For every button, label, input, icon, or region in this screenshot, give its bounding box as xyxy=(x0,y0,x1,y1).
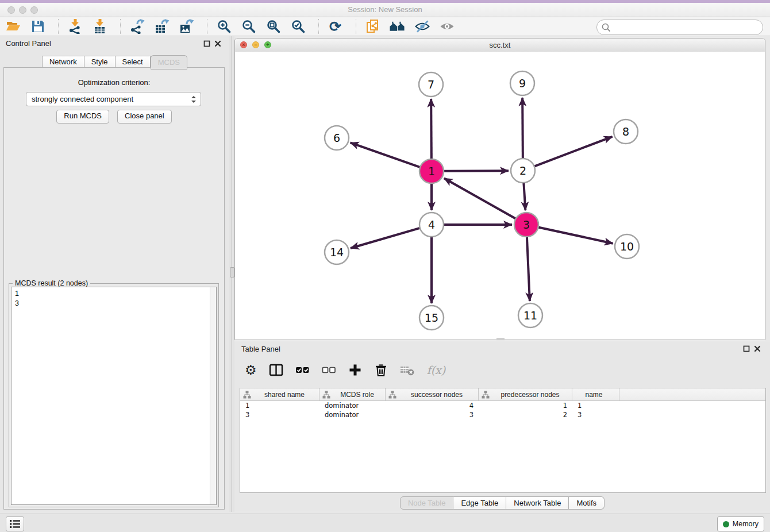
select-all-icon[interactable] xyxy=(295,362,310,378)
criterion-value: strongly connected component xyxy=(26,95,189,103)
table-panel-title: Table Panel xyxy=(241,345,280,353)
split-view-icon[interactable] xyxy=(269,362,283,378)
graph-edge-4-14[interactable] xyxy=(351,228,420,248)
tab-network[interactable]: Network xyxy=(42,56,84,68)
app-window: Session: New Session ⟳ Control Panel xyxy=(0,0,770,532)
criterion-select[interactable]: strongly connected component xyxy=(26,92,201,106)
graph-node-label-8: 8 xyxy=(622,125,629,138)
table-row[interactable]: 1dominator411 xyxy=(240,401,765,410)
graph-edge-3-1[interactable] xyxy=(444,178,516,218)
column-header-mcds-role[interactable]: MCDS role xyxy=(319,388,386,400)
function-builder-icon[interactable]: f(x) xyxy=(427,362,446,378)
table-row[interactable]: 3dominator323 xyxy=(240,410,765,419)
status-bar: Memory xyxy=(0,514,770,532)
zoom-in-icon[interactable] xyxy=(216,19,232,34)
table-toolbar: ⚙f(x) xyxy=(245,360,445,380)
graph-node-label-14: 14 xyxy=(330,246,344,259)
close-panel-button[interactable]: Close panel xyxy=(117,110,172,124)
table-cell[interactable]: dominator xyxy=(319,410,386,419)
deselect-all-icon[interactable] xyxy=(322,362,336,378)
table-cell[interactable]: 3 xyxy=(386,410,479,419)
network-window-titlebar[interactable]: × − + scc.txt xyxy=(235,38,765,52)
control-panel: Control Panel NetworkStyleSelectMCDS Opt… xyxy=(0,36,229,512)
graph-edge-2-3[interactable] xyxy=(523,183,525,210)
table-cell[interactable]: dominator xyxy=(319,401,386,410)
select-stepper-icon xyxy=(189,95,198,103)
graph-edge-2-9[interactable] xyxy=(522,98,523,159)
graph-node-label-1: 1 xyxy=(428,165,435,178)
search-icon xyxy=(601,22,611,33)
import-table-icon[interactable] xyxy=(92,19,107,34)
search-input[interactable] xyxy=(611,22,763,33)
memory-button[interactable]: Memory xyxy=(717,516,764,531)
column-header-name[interactable]: name xyxy=(572,388,619,400)
table-tabs: Node TableEdge TableNetwork TableMotifs xyxy=(234,496,770,510)
tab-select[interactable]: Select xyxy=(116,56,151,68)
window-title: Session: New Session xyxy=(0,3,770,17)
control-panel-header: Control Panel xyxy=(0,36,229,51)
table-cell[interactable]: 3 xyxy=(240,410,319,419)
panel-splitter[interactable] xyxy=(229,36,234,512)
column-header-predecessor-nodes[interactable]: predecessor nodes xyxy=(479,388,572,400)
network-resize-handle[interactable] xyxy=(496,338,505,340)
delete-table-icon[interactable] xyxy=(400,362,415,378)
tab-mcds[interactable]: MCDS xyxy=(151,55,187,70)
hide-graphics-details-icon[interactable] xyxy=(414,19,430,34)
mcds-result-lines: 1 3 xyxy=(15,289,19,309)
splitter-handle[interactable] xyxy=(230,267,234,277)
memory-label: Memory xyxy=(733,520,759,528)
tab-network-table[interactable]: Network Table xyxy=(506,496,569,510)
table-cell[interactable]: 4 xyxy=(386,401,479,410)
settings-icon[interactable]: ⚙ xyxy=(245,362,257,378)
export-table-icon[interactable] xyxy=(154,19,170,34)
graph-edge-1-2[interactable] xyxy=(444,171,509,171)
table-cell[interactable]: 1 xyxy=(572,401,619,410)
save-session-icon[interactable] xyxy=(30,19,45,34)
graph-edge-3-10[interactable] xyxy=(538,227,613,243)
close-panel-icon[interactable] xyxy=(214,40,221,47)
float-table-panel-icon[interactable] xyxy=(743,345,750,352)
tab-motifs[interactable]: Motifs xyxy=(569,496,605,510)
zoom-selected-icon[interactable] xyxy=(290,19,306,34)
table-cell[interactable]: 3 xyxy=(572,410,619,419)
show-graphics-details-icon[interactable] xyxy=(439,19,455,34)
titlebar: Session: New Session xyxy=(0,3,770,17)
mcds-result-box[interactable]: 1 3 xyxy=(11,287,217,505)
table-cell[interactable]: 1 xyxy=(240,401,319,410)
mcds-result-group: MCDS result (2 nodes) 1 3 xyxy=(9,283,219,507)
graph-node-label-9: 9 xyxy=(519,77,526,90)
delete-column-icon[interactable] xyxy=(374,362,388,378)
column-header-successor-nodes[interactable]: successor nodes xyxy=(386,388,479,400)
network-graph: 7968124314101511 xyxy=(235,52,765,340)
zoom-fit-icon[interactable] xyxy=(265,19,281,34)
float-panel-icon[interactable] xyxy=(203,40,210,47)
toolbar-separator xyxy=(356,19,357,34)
home-icon[interactable] xyxy=(390,19,405,34)
run-mcds-button[interactable]: Run MCDS xyxy=(56,110,109,124)
graph-edge-1-7[interactable] xyxy=(431,99,432,159)
open-file-icon[interactable] xyxy=(5,19,21,34)
task-list-button[interactable] xyxy=(6,516,24,531)
tab-edge-table[interactable]: Edge Table xyxy=(453,496,506,510)
graph-edge-3-11[interactable] xyxy=(527,237,530,301)
result-scrollbar[interactable] xyxy=(210,287,216,504)
table-cell[interactable]: 2 xyxy=(479,410,572,419)
graph-edge-2-8[interactable] xyxy=(534,137,613,167)
import-network-icon[interactable] xyxy=(67,19,83,34)
export-network-icon[interactable] xyxy=(129,19,145,34)
tab-style[interactable]: Style xyxy=(84,56,116,68)
graph-edge-1-6[interactable] xyxy=(351,142,421,167)
node-table: shared nameMCDS rolesuccessor nodesprede… xyxy=(240,388,766,493)
zoom-out-icon[interactable] xyxy=(241,19,256,34)
search-box[interactable] xyxy=(596,20,763,35)
refresh-icon[interactable]: ⟳ xyxy=(328,19,343,34)
export-image-icon[interactable] xyxy=(179,19,194,34)
table-cell[interactable]: 1 xyxy=(479,401,572,410)
network-from-selection-icon[interactable] xyxy=(365,19,380,34)
tab-node-table[interactable]: Node Table xyxy=(400,496,454,510)
column-header-shared-name[interactable]: shared name xyxy=(240,388,319,400)
add-column-icon[interactable] xyxy=(348,362,362,378)
graph-node-label-7: 7 xyxy=(428,78,434,91)
network-canvas[interactable]: 7968124314101511 xyxy=(235,52,765,340)
close-table-panel-icon[interactable] xyxy=(754,345,761,352)
